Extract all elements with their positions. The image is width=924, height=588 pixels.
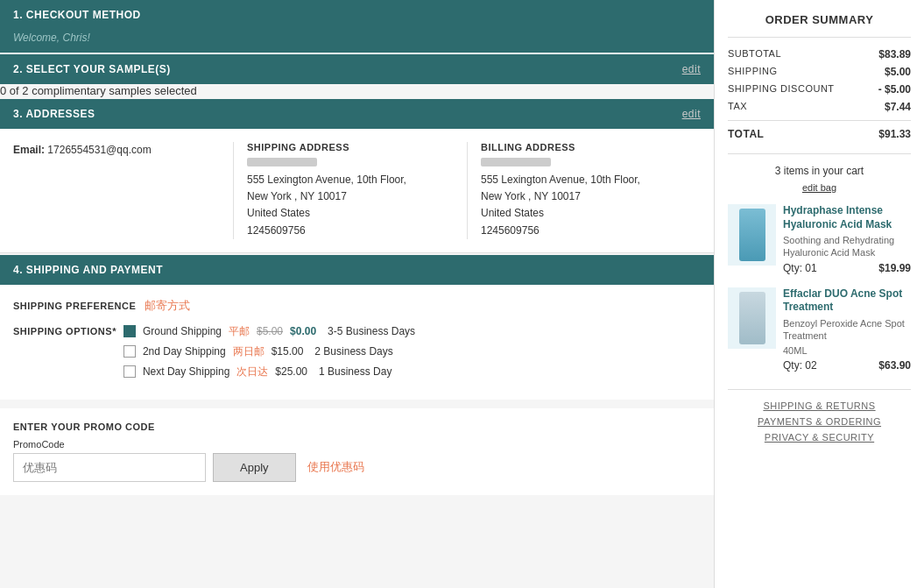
ground-days: 3-5 Business Days bbox=[328, 325, 415, 337]
section3-header: 3. ADDRESSES edit bbox=[0, 99, 714, 129]
billing-line2: New York , NY 10017 bbox=[481, 188, 688, 205]
radio-ground-selected[interactable] bbox=[123, 325, 136, 337]
section2-header: 2. SELECT YOUR SAMPLE(S) edit bbox=[0, 54, 714, 84]
cart-item-2: Effaclar DUO Acne Spot Treatment Benzoyl… bbox=[728, 287, 911, 372]
total-row: TOTAL $91.33 bbox=[728, 120, 911, 140]
shipping-line2: New York , NY 10017 bbox=[247, 188, 454, 205]
payments-ordering-link[interactable]: PAYMENTS & ORDERING bbox=[728, 416, 911, 427]
shipping-address-col: SHIPPING ADDRESS 555 Lexington Avenue, 1… bbox=[234, 142, 468, 239]
section-samples: 2. SELECT YOUR SAMPLE(S) edit 0 of 2 com… bbox=[0, 54, 714, 97]
email-label: Email: bbox=[13, 144, 45, 156]
shipping-line3: United States bbox=[247, 205, 454, 222]
tax-value: $7.44 bbox=[885, 101, 911, 113]
shipping-value: $5.00 bbox=[885, 66, 911, 78]
promo-section: ENTER YOUR PROMO CODE PromoCode Apply 使用… bbox=[0, 408, 714, 495]
ground-shipping-chinese: 平邮 bbox=[229, 324, 250, 339]
subtotal-label: SUBTOTAL bbox=[728, 48, 781, 60]
privacy-security-link[interactable]: PRIVACY & SECURITY bbox=[728, 432, 911, 443]
section-addresses: 3. ADDRESSES edit Email: 1726554531@qq.c… bbox=[0, 99, 714, 253]
shipping-phone: 1245609756 bbox=[247, 223, 454, 239]
cart-item-1-qty: Qty: 01 bbox=[783, 262, 817, 274]
section-shipping-payment: 4. SHIPPING AND PAYMENT SHIPPING PREFERE… bbox=[0, 255, 714, 400]
cart-item-1-price: $19.99 bbox=[878, 262, 911, 274]
2day-price: $15.00 bbox=[272, 345, 304, 358]
shipping-name-blurred bbox=[247, 158, 317, 166]
cart-item-1-image bbox=[728, 204, 776, 266]
2day-shipping-chinese: 两日邮 bbox=[233, 344, 265, 359]
section4-title: 4. SHIPPING AND PAYMENT bbox=[13, 264, 163, 276]
2day-shipping-name: 2nd Day Shipping bbox=[143, 345, 226, 358]
shipping-options-label: SHIPPING OPTIONS* bbox=[13, 324, 116, 337]
promo-title: ENTER YOUR PROMO CODE bbox=[13, 422, 701, 432]
tax-label: TAX bbox=[728, 101, 747, 113]
ground-shipping-name: Ground Shipping bbox=[143, 325, 222, 337]
sidebar-links: SHIPPING & RETURNS PAYMENTS & ORDERING P… bbox=[728, 389, 911, 443]
cart-item-2-qty: Qty: 02 bbox=[783, 359, 817, 372]
billing-address-label: BILLING ADDRESS bbox=[481, 142, 688, 152]
cart-item-2-price: $63.90 bbox=[878, 359, 911, 372]
subtotal-row: SUBTOTAL $83.89 bbox=[728, 48, 911, 60]
shipping-pref-label: SHIPPING PREFERENCE bbox=[13, 301, 136, 311]
shipping-label: SHIPPING bbox=[728, 66, 778, 78]
billing-line3: United States bbox=[481, 205, 688, 222]
apply-button[interactable]: Apply bbox=[213, 453, 296, 482]
ground-price-new: $0.00 bbox=[290, 325, 316, 337]
shipping-row: SHIPPING $5.00 bbox=[728, 66, 911, 78]
email-value: 1726554531@qq.com bbox=[47, 144, 151, 156]
billing-address-col: BILLING ADDRESS 555 Lexington Avenue, 10… bbox=[468, 142, 701, 239]
promo-input[interactable] bbox=[13, 453, 206, 482]
section3-title: 3. ADDRESSES bbox=[13, 108, 95, 120]
shipping-discount-row: SHIPPING DISCOUNT - $5.00 bbox=[728, 83, 911, 96]
email-col: Email: 1726554531@qq.com bbox=[13, 142, 234, 239]
shipping-option-nextday[interactable]: Next Day Shipping 次日达 $25.00 1 Business … bbox=[123, 365, 415, 379]
shipping-pref-chinese: 邮寄方式 bbox=[145, 298, 190, 314]
nextday-shipping-chinese: 次日达 bbox=[236, 365, 268, 379]
cart-item-1: Hydraphase Intense Hyaluronic Acid Mask … bbox=[728, 204, 911, 274]
shipping-returns-link[interactable]: SHIPPING & RETURNS bbox=[728, 400, 911, 411]
total-label: TOTAL bbox=[728, 128, 764, 140]
section1-header: 1. CHECKOUT METHOD bbox=[0, 0, 714, 30]
edit-bag-wrapper: edit bag bbox=[728, 181, 911, 194]
billing-name-blurred bbox=[481, 158, 551, 166]
shipping-line1: 555 Lexington Avenue, 10th Floor, bbox=[247, 172, 454, 188]
promo-row: Apply 使用优惠码 bbox=[13, 453, 701, 482]
section2-title: 2. SELECT YOUR SAMPLE(S) bbox=[13, 63, 171, 75]
cart-item-2-name: Effaclar DUO Acne Spot Treatment bbox=[783, 287, 911, 315]
shipping-discount-value: - $5.00 bbox=[878, 83, 911, 96]
cart-item-2-image bbox=[728, 287, 776, 349]
shipping-preference-row: SHIPPING PREFERENCE 邮寄方式 bbox=[13, 298, 701, 314]
cart-header: 3 items in your cart bbox=[728, 165, 911, 177]
ground-price-old: $5.00 bbox=[257, 325, 283, 337]
billing-line1: 555 Lexington Avenue, 10th Floor, bbox=[481, 172, 688, 188]
addresses-body: Email: 1726554531@qq.com SHIPPING ADDRES… bbox=[0, 129, 714, 253]
nextday-shipping-name: Next Day Shipping bbox=[143, 365, 229, 378]
checkbox-2day[interactable] bbox=[123, 345, 136, 358]
shipping-discount-label: SHIPPING DISCOUNT bbox=[728, 83, 835, 96]
shipping-options-row: SHIPPING OPTIONS* Ground Shipping 平邮 $5.… bbox=[13, 324, 701, 379]
subtotal-value: $83.89 bbox=[878, 48, 911, 60]
section2-edit-link[interactable]: edit bbox=[682, 63, 701, 75]
2day-days: 2 Business Days bbox=[314, 345, 392, 358]
cart-item-2-extra: 40ML bbox=[783, 345, 911, 356]
cart-item-2-desc: Benzoyl Peroxide Acne Spot Treatment bbox=[783, 317, 911, 343]
shipping-option-ground[interactable]: Ground Shipping 平邮 $5.00 $0.00 3-5 Busin… bbox=[123, 324, 415, 339]
section-checkout-method: 1. CHECKOUT METHOD Welcome, Chris! bbox=[0, 0, 714, 53]
cart-item-2-img-shape bbox=[739, 292, 765, 344]
welcome-text: Welcome, Chris! bbox=[0, 30, 714, 53]
sidebar: ORDER SUMMARY SUBTOTAL $83.89 SHIPPING $… bbox=[714, 0, 924, 588]
billing-phone: 1245609756 bbox=[481, 223, 688, 239]
cart-item-1-name: Hydraphase Intense Hyaluronic Acid Mask bbox=[783, 204, 911, 231]
tax-row: TAX $7.44 bbox=[728, 101, 911, 113]
promo-label: PromoCode bbox=[13, 439, 701, 450]
cart-summary: 3 items in your cart edit bag Hydraphase… bbox=[728, 153, 911, 372]
section3-edit-link[interactable]: edit bbox=[682, 108, 701, 120]
nextday-days: 1 Business Day bbox=[319, 365, 391, 378]
nextday-price: $25.00 bbox=[275, 365, 307, 378]
shipping-option-2day[interactable]: 2nd Day Shipping 两日邮 $15.00 2 Business D… bbox=[123, 344, 415, 359]
section1-title: 1. CHECKOUT METHOD bbox=[13, 9, 141, 21]
checkbox-nextday[interactable] bbox=[123, 365, 136, 378]
section4-header: 4. SHIPPING AND PAYMENT bbox=[0, 255, 714, 285]
samples-sub-text: 0 of 2 complimentary samples selected bbox=[0, 84, 714, 97]
order-summary-title: ORDER SUMMARY bbox=[728, 13, 911, 38]
edit-bag-link[interactable]: edit bag bbox=[802, 182, 836, 193]
